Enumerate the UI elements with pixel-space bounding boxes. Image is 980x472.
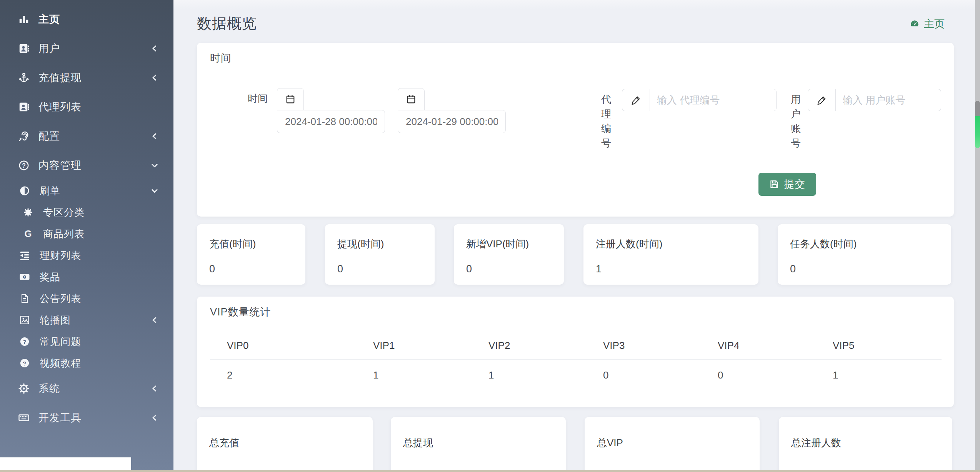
home-link-label: 主页 — [924, 17, 945, 31]
sidebar-item-prizes[interactable]: 1奖品 — [0, 266, 173, 288]
sidebar-item-faq[interactable]: ?常见问题 — [0, 331, 173, 352]
sidebar-item-label: 充值提现 — [38, 71, 150, 85]
chevron-down-icon — [150, 187, 159, 195]
bar-chart-icon — [17, 13, 31, 25]
sidebar-item-brush-order[interactable]: 刷单 — [0, 180, 173, 202]
time-field-label: 时间 — [246, 92, 268, 105]
stats-row: 充值(时间)0提现(时间)0新增VIP(时间)0注册人数(时间)1任务人数(时间… — [197, 224, 980, 285]
pencil-icon — [631, 95, 641, 105]
date-from-input[interactable] — [277, 110, 385, 133]
vip-column-header: VIP1 — [356, 340, 472, 360]
sidebar-item-label: 主页 — [38, 12, 173, 26]
vip-column-value: 0 — [586, 360, 701, 381]
sidebar-item-label: 内容管理 — [38, 158, 150, 172]
chevron-left-icon — [150, 316, 159, 324]
stat-card-value: 0 — [466, 263, 564, 275]
question-circle-solid-icon: ? — [18, 358, 31, 369]
page-header: 数据概览 主页 — [197, 14, 945, 33]
chevron-down-icon — [150, 161, 159, 170]
chevron-left-icon — [150, 73, 159, 82]
date-to-input[interactable] — [398, 110, 506, 133]
totals-row: 总充值总提现总VIP总注册人数 — [197, 417, 980, 472]
calendar-icon-button[interactable] — [277, 88, 304, 110]
stat-card: 充值(时间)0 — [197, 224, 305, 285]
agent-number-input[interactable] — [650, 89, 777, 111]
sidebar-item-label: 视频教程 — [40, 357, 173, 370]
sidebar-item-content-mgmt[interactable]: ?内容管理 — [0, 151, 173, 180]
question-circle-solid-icon: ? — [18, 336, 31, 347]
stat-card: 注册人数(时间)1 — [583, 224, 758, 285]
sidebar-item-label: 配置 — [38, 129, 150, 143]
file-lines-icon — [18, 293, 31, 304]
pencil-icon-addon — [622, 89, 650, 111]
sidebar-item-system[interactable]: 系统 — [0, 374, 173, 403]
sidebar-bottom-panel — [0, 457, 131, 470]
stat-card-label: 任务人数(时间) — [790, 237, 951, 251]
stat-card-label: 提现(时间) — [337, 237, 435, 251]
vip-column-header: VIP5 — [816, 340, 942, 360]
sidebar-item-label: 用户 — [38, 42, 150, 55]
sidebar-item-video-tutorial[interactable]: ?视频教程 — [0, 352, 173, 374]
sidebar-item-announcement-list[interactable]: 公告列表 — [0, 288, 173, 309]
vip-table-header-row: VIP0VIP1VIP2VIP3VIP4VIP5 — [210, 340, 942, 360]
total-card: 总充值 — [197, 417, 373, 472]
svg-text:G: G — [24, 228, 32, 239]
agent-number-label: 代理编号 — [601, 92, 613, 150]
user-account-group — [808, 89, 941, 111]
breadcrumb-home-link[interactable]: 主页 — [909, 17, 945, 31]
sidebar-item-label: 常见问题 — [40, 335, 173, 349]
tachometer-icon — [909, 19, 920, 29]
indent-icon — [18, 250, 31, 261]
total-card: 总提现 — [391, 417, 566, 472]
user-account-input[interactable] — [835, 89, 941, 111]
main-content: 数据概览 主页 时间 时间 代理编号 用户账号 — [173, 0, 980, 472]
svg-text:?: ? — [22, 162, 26, 169]
agent-number-group — [622, 89, 777, 111]
total-card-label: 总VIP — [597, 436, 760, 450]
anchor-icon — [17, 72, 31, 83]
pencil-icon-addon — [808, 89, 835, 111]
sidebar-item-home[interactable]: 主页 — [0, 5, 173, 34]
sidebar-item-recharge-withdraw[interactable]: 充值提现 — [0, 63, 173, 92]
sidebar-item-dev-tools[interactable]: 开发工具 — [0, 403, 173, 432]
total-card: 总VIP — [585, 417, 760, 472]
submit-button[interactable]: 提交 — [758, 173, 816, 196]
vip-column-value: 1 — [816, 360, 942, 381]
svg-text:?: ? — [23, 360, 26, 367]
stat-card-value: 0 — [337, 263, 435, 275]
stat-card: 提现(时间)0 — [325, 224, 435, 285]
vertical-scrollbar-thumb[interactable] — [975, 101, 980, 148]
sidebar-item-config[interactable]: 配置 — [0, 122, 173, 151]
sidebar-item-users[interactable]: 用户 — [0, 34, 173, 63]
sidebar-item-zone-category[interactable]: 专区分类 — [0, 202, 173, 223]
svg-text:?: ? — [23, 339, 26, 345]
adjust-icon — [18, 185, 31, 196]
question-circle-icon: ? — [17, 160, 31, 171]
filter-card-title: 时间 — [210, 51, 232, 65]
sidebar-item-label: 奖品 — [40, 270, 173, 284]
pencil-icon — [817, 95, 827, 105]
sidebar-item-carousel[interactable]: 轮播图 — [0, 309, 173, 331]
sidebar-item-label: 理财列表 — [40, 249, 173, 262]
submit-button-label: 提交 — [784, 177, 805, 191]
sidebar-item-agent-list[interactable]: 代理列表 — [0, 92, 173, 122]
chevron-left-icon — [150, 384, 159, 393]
bottom-edge-bar — [0, 470, 980, 472]
vip-column-header: VIP0 — [210, 340, 356, 360]
stat-card-label: 充值(时间) — [209, 237, 305, 251]
ear-listen-icon — [17, 130, 31, 142]
sidebar-item-label: 系统 — [38, 382, 150, 395]
total-card: 总注册人数 — [779, 417, 952, 472]
chevron-left-icon — [150, 44, 159, 53]
sidebar-item-product-list[interactable]: G商品列表 — [0, 223, 173, 245]
sidebar-item-label: 刷单 — [40, 184, 150, 198]
vip-column-value: 2 — [210, 360, 356, 381]
vertical-scrollbar-track[interactable] — [975, 0, 980, 472]
calendar-icon-button[interactable] — [398, 88, 425, 110]
stat-card-value: 0 — [209, 263, 305, 275]
stat-card-label: 新增VIP(时间) — [466, 237, 564, 251]
certificate-icon — [22, 207, 34, 217]
calendar-icon — [285, 94, 296, 105]
chevron-left-icon — [150, 414, 159, 422]
sidebar-item-finance-list[interactable]: 理财列表 — [0, 245, 173, 266]
